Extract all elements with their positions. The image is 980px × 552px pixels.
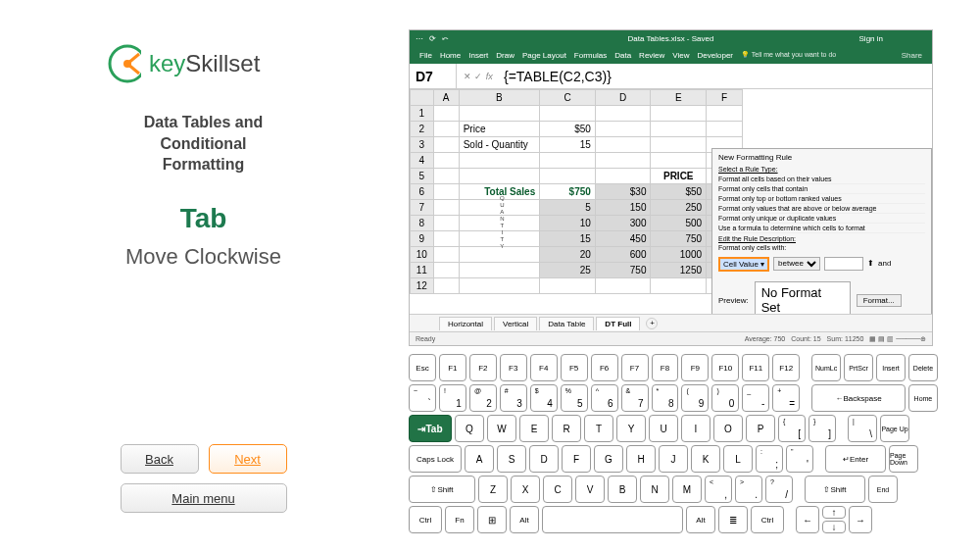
key-j[interactable]: J (659, 445, 688, 473)
key-w[interactable]: W (487, 415, 516, 442)
key-f12[interactable]: F12 (772, 354, 800, 381)
key-r[interactable]: R (552, 415, 581, 442)
value1-input[interactable] (824, 257, 863, 271)
sheet-tabs[interactable]: Horizontal Vertical Data Table DT Full + (410, 314, 932, 331)
key-tab[interactable]: ⇥ Tab (409, 415, 452, 442)
key-prtscr[interactable]: PrtScr (844, 354, 873, 381)
key-f9[interactable]: F9 (681, 354, 709, 381)
key-z[interactable]: Z (478, 476, 508, 503)
key-capslock[interactable]: Caps Lock (409, 445, 462, 473)
ribbon-tab[interactable]: View (672, 51, 689, 60)
key-i[interactable]: I (681, 415, 710, 442)
key-o[interactable]: O (713, 415, 743, 442)
sheet-tab[interactable]: Vertical (494, 317, 537, 330)
key-left[interactable]: ← (796, 506, 819, 533)
key-f2[interactable]: F2 (469, 354, 497, 381)
key-f4[interactable]: F4 (530, 354, 558, 381)
key-1[interactable]: !1 (439, 384, 466, 412)
key-end[interactable]: End (868, 476, 898, 503)
key-bracket-l[interactable]: {[ (778, 415, 806, 442)
key-period[interactable]: >. (735, 476, 762, 503)
key-2[interactable]: @2 (469, 384, 497, 412)
ribbon-tab[interactable]: Draw (496, 51, 514, 60)
key-insert[interactable]: Insert (876, 354, 906, 381)
key-f3[interactable]: F3 (500, 354, 527, 381)
key-t[interactable]: T (584, 415, 613, 442)
ribbon-tab[interactable]: Data (614, 51, 631, 60)
key-f[interactable]: F (562, 445, 591, 473)
key-ctrl[interactable]: Ctrl (409, 506, 442, 533)
key-u[interactable]: U (649, 415, 678, 442)
back-button[interactable]: Back (121, 444, 199, 474)
add-sheet-icon[interactable]: + (646, 318, 658, 329)
spreadsheet[interactable]: ABCDEF 1 2Price$50 3Sold - Quantity15 4 … (410, 89, 743, 294)
key-p[interactable]: P (746, 415, 775, 442)
key-esc[interactable]: Esc (409, 354, 436, 381)
key-alt[interactable]: Alt (510, 506, 539, 533)
sheet-tab[interactable]: DT Full (596, 317, 640, 330)
next-button[interactable]: Next (209, 444, 287, 474)
key-down[interactable]: ↓ (822, 521, 846, 533)
sheet-tab[interactable]: Data Table (539, 317, 594, 330)
key-q[interactable]: Q (455, 415, 484, 442)
key-f8[interactable]: F8 (652, 354, 679, 381)
key-delete[interactable]: Delete (908, 354, 938, 381)
key-f11[interactable]: F11 (742, 354, 769, 381)
key-b[interactable]: B (608, 476, 637, 503)
key-equals[interactable]: += (772, 384, 800, 412)
operator-dropdown[interactable]: between (773, 257, 820, 271)
cell-value-dropdown[interactable]: Cell Value ▾ (718, 257, 769, 272)
key-f7[interactable]: F7 (621, 354, 649, 381)
formula-icons[interactable]: ✕ ✓ fx (457, 72, 500, 81)
ribbon-tab[interactable]: Formulas (574, 51, 607, 60)
key-3[interactable]: #3 (500, 384, 527, 412)
key-slash[interactable]: ?/ (765, 476, 793, 503)
key-f6[interactable]: F6 (591, 354, 618, 381)
key-grave[interactable]: ~` (409, 384, 436, 412)
key-0[interactable]: )0 (711, 384, 739, 412)
key-f10[interactable]: F10 (711, 354, 739, 381)
key-win[interactable]: ⊞ (477, 506, 507, 533)
key-backslash[interactable]: |\ (848, 415, 877, 442)
key-6[interactable]: ^6 (591, 384, 618, 412)
key-f5[interactable]: F5 (561, 354, 588, 381)
key-a[interactable]: A (465, 445, 494, 473)
signin[interactable]: Sign in (859, 34, 883, 43)
key-n[interactable]: N (640, 476, 669, 503)
key-menu[interactable]: ≣ (718, 506, 748, 533)
key-8[interactable]: *8 (652, 384, 679, 412)
key-x[interactable]: X (511, 476, 540, 503)
ribbon-tab[interactable]: Developer (698, 51, 733, 60)
main-menu-button[interactable]: Main menu (121, 483, 287, 513)
rule-type-list[interactable]: Format all cells based on their values F… (718, 175, 925, 233)
key-numlock[interactable]: NumLc (811, 354, 841, 381)
key-d[interactable]: D (529, 445, 559, 473)
key-7[interactable]: &7 (621, 384, 649, 412)
key-rctrl[interactable]: Ctrl (751, 506, 784, 533)
key-comma[interactable]: <, (705, 476, 732, 503)
key-lshift[interactable]: ⇧ Shift (409, 476, 475, 503)
key-9[interactable]: (9 (681, 384, 709, 412)
key-space[interactable] (542, 506, 683, 533)
key-pageup[interactable]: Page Up (880, 415, 909, 442)
key-4[interactable]: $4 (530, 384, 558, 412)
key-backspace[interactable]: ← Backspase (811, 384, 906, 412)
formula-bar[interactable]: {=TABLE(C2,C3)} (500, 69, 932, 84)
tell-me[interactable]: 💡 Tell me what you want to do (741, 51, 836, 59)
ribbon[interactable]: File Home Insert Draw Page Layout Formul… (410, 46, 932, 64)
key-s[interactable]: S (497, 445, 526, 473)
key-k[interactable]: K (691, 445, 720, 473)
name-box[interactable]: D7 (410, 64, 457, 88)
key-up[interactable]: ↑ (822, 506, 846, 519)
key-h[interactable]: H (626, 445, 656, 473)
key-f1[interactable]: F1 (439, 354, 466, 381)
key-enter[interactable]: ↵ Enter (825, 445, 886, 473)
format-button[interactable]: Format... (857, 294, 902, 307)
sheet-tab[interactable]: Horizontal (439, 317, 492, 330)
key-semicolon[interactable]: :; (756, 445, 783, 473)
share[interactable]: Share (902, 51, 922, 60)
key-5[interactable]: %5 (561, 384, 588, 412)
ribbon-tab[interactable]: Review (639, 51, 664, 60)
key-e[interactable]: E (519, 415, 549, 442)
key-c[interactable]: C (543, 476, 572, 503)
